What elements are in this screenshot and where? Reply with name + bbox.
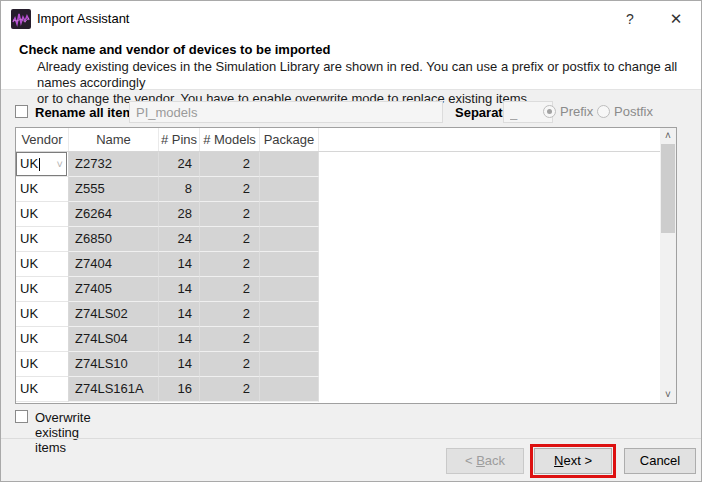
pins-cell[interactable]: 14 [159, 302, 200, 327]
models-cell[interactable]: 2 [200, 177, 260, 202]
prefix-radio-group: Prefix [543, 104, 593, 119]
package-cell[interactable] [260, 202, 319, 227]
package-cell[interactable] [260, 227, 319, 252]
vendor-cell[interactable]: UK [16, 177, 69, 202]
pins-cell[interactable]: 28 [159, 202, 200, 227]
next-button[interactable]: Next > [534, 448, 612, 474]
table-row[interactable]: UK Z7405 14 2 [16, 277, 676, 302]
overwrite-checkbox[interactable] [15, 410, 28, 423]
vendor-combobox-value: UK [20, 152, 38, 176]
name-cell[interactable]: Z555 [69, 177, 159, 202]
title-bar: Import Assistant ? ✕ [1, 1, 701, 37]
column-header-package[interactable]: Package [260, 128, 319, 151]
models-cell[interactable]: 2 [200, 202, 260, 227]
postfix-radio-group: Postfix [597, 104, 653, 119]
package-cell[interactable] [260, 152, 319, 177]
pins-cell[interactable]: 14 [159, 352, 200, 377]
pins-cell[interactable]: 24 [159, 152, 200, 177]
vendor-combobox[interactable]: UK ˅ [16, 152, 67, 176]
vendor-cell[interactable]: UK [16, 302, 69, 327]
models-cell[interactable]: 2 [200, 302, 260, 327]
name-cell[interactable]: Z6850 [69, 227, 159, 252]
overwrite-checkbox-label: Overwrite existing items [35, 410, 91, 455]
description-line-1: Already existing devices in the Simulati… [37, 59, 695, 91]
models-cell[interactable]: 2 [200, 377, 260, 402]
postfix-radio-label: Postfix [614, 104, 653, 119]
package-cell[interactable] [260, 302, 319, 327]
name-cell[interactable]: Z2732 [69, 152, 159, 177]
models-cell[interactable]: 2 [200, 327, 260, 352]
models-cell[interactable]: 2 [200, 352, 260, 377]
models-cell[interactable]: 2 [200, 152, 260, 177]
close-icon[interactable]: ✕ [654, 1, 698, 37]
name-cell[interactable]: Z74LS04 [69, 327, 159, 352]
vendor-cell[interactable]: UK [16, 327, 69, 352]
page-title: Check name and vendor of devices to be i… [19, 42, 330, 57]
table-row[interactable]: UK Z7404 14 2 [16, 252, 676, 277]
table-row[interactable]: UK Z555 8 2 [16, 177, 676, 202]
window-title: Import Assistant [37, 11, 129, 26]
package-cell[interactable] [260, 377, 319, 402]
vendor-cell[interactable]: UK ˅ [16, 152, 69, 177]
rename-checkbox[interactable] [15, 105, 28, 118]
column-header-pins[interactable]: # Pins [159, 128, 200, 151]
app-waveform-icon [11, 9, 31, 29]
table-row[interactable]: UK ˅ Z2732 24 2 [16, 152, 676, 177]
help-button[interactable]: ? [608, 1, 652, 37]
table-row[interactable]: UK Z74LS02 14 2 [16, 302, 676, 327]
text-caret [39, 158, 40, 171]
postfix-radio [597, 105, 610, 118]
pins-cell[interactable]: 16 [159, 377, 200, 402]
vendor-cell[interactable]: UK [16, 202, 69, 227]
column-header-models[interactable]: # Models [200, 128, 260, 151]
pins-cell[interactable]: 8 [159, 177, 200, 202]
column-header-vendor[interactable]: Vendor [16, 128, 69, 151]
cancel-button[interactable]: Cancel [624, 448, 696, 474]
chevron-down-icon[interactable]: ˅ [57, 152, 66, 176]
next-button-highlight: Next > [530, 444, 616, 478]
scrollbar-thumb[interactable] [661, 144, 675, 233]
rename-input [129, 101, 443, 123]
vertical-scrollbar[interactable]: ˄ ˅ [660, 128, 676, 403]
pins-cell[interactable]: 14 [159, 252, 200, 277]
scroll-down-icon[interactable]: ˅ [660, 387, 676, 403]
pins-cell[interactable]: 14 [159, 277, 200, 302]
column-header-name[interactable]: Name [69, 128, 159, 151]
prefix-radio-label: Prefix [560, 104, 593, 119]
table-row[interactable]: UK Z74LS161A 16 2 [16, 377, 676, 402]
vendor-cell[interactable]: UK [16, 377, 69, 402]
scroll-up-icon[interactable]: ˄ [660, 128, 676, 144]
vendor-cell[interactable]: UK [16, 252, 69, 277]
footer-divider [1, 438, 701, 439]
models-cell[interactable]: 2 [200, 252, 260, 277]
name-cell[interactable]: Z74LS161A [69, 377, 159, 402]
table-row[interactable]: UK Z74LS10 14 2 [16, 352, 676, 377]
table-row[interactable]: UK Z6850 24 2 [16, 227, 676, 252]
table-header-row: Vendor Name # Pins # Models Package [16, 128, 676, 152]
import-assistant-dialog: Import Assistant ? ✕ Check name and vend… [0, 0, 702, 482]
models-cell[interactable]: 2 [200, 277, 260, 302]
package-cell[interactable] [260, 277, 319, 302]
name-cell[interactable]: Z7404 [69, 252, 159, 277]
models-cell[interactable]: 2 [200, 227, 260, 252]
name-cell[interactable]: Z7405 [69, 277, 159, 302]
table-row[interactable]: UK Z74LS04 14 2 [16, 327, 676, 352]
table-row[interactable]: UK Z6264 28 2 [16, 202, 676, 227]
pins-cell[interactable]: 24 [159, 227, 200, 252]
package-cell[interactable] [260, 177, 319, 202]
vendor-cell[interactable]: UK [16, 352, 69, 377]
vendor-cell[interactable]: UK [16, 227, 69, 252]
name-cell[interactable]: Z74LS02 [69, 302, 159, 327]
wizard-header: Check name and vendor of devices to be i… [1, 37, 701, 90]
name-cell[interactable]: Z6264 [69, 202, 159, 227]
prefix-radio [543, 105, 556, 118]
package-cell[interactable] [260, 352, 319, 377]
rename-bar: Rename all items using: Separator: Prefi… [15, 100, 689, 124]
device-table: Vendor Name # Pins # Models Package UK ˅… [15, 127, 677, 404]
pins-cell[interactable]: 14 [159, 327, 200, 352]
back-button: < Back [446, 448, 524, 474]
package-cell[interactable] [260, 252, 319, 277]
vendor-cell[interactable]: UK [16, 277, 69, 302]
package-cell[interactable] [260, 327, 319, 352]
name-cell[interactable]: Z74LS10 [69, 352, 159, 377]
